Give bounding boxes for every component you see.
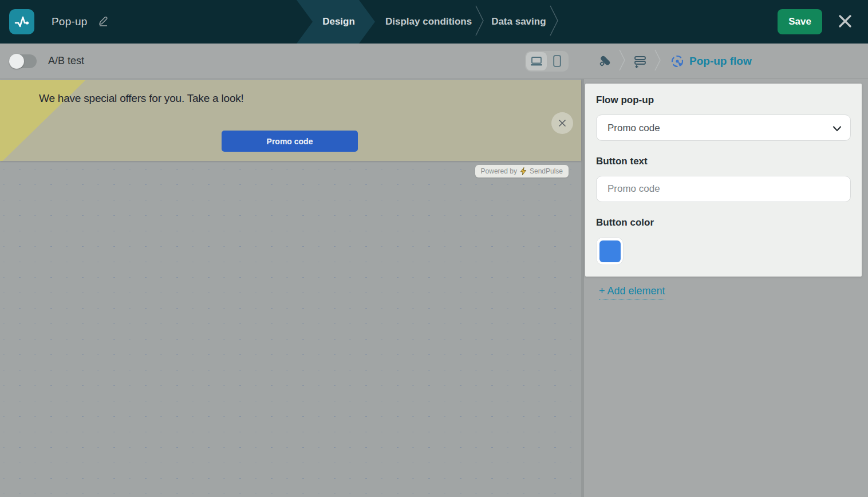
editor-canvas-column: A/B test We have special offers for you. bbox=[0, 44, 581, 497]
popup-message: We have special offers for you. Take a l… bbox=[39, 92, 244, 105]
settings-panel: Flow pop-up Promo code Button text Butto… bbox=[581, 79, 868, 497]
tab-data-saving-label: Data saving bbox=[491, 16, 546, 27]
button-text-label: Button text bbox=[596, 156, 851, 167]
breadcrumb-current[interactable]: Pop-up flow bbox=[670, 54, 752, 68]
tab-design[interactable]: Design bbox=[297, 0, 375, 44]
tab-data-saving[interactable]: Data saving bbox=[491, 16, 546, 27]
tab-design-label: Design bbox=[322, 16, 355, 27]
breadcrumb-current-label: Pop-up flow bbox=[689, 55, 752, 68]
preview-canvas: We have special offers for you. Take a l… bbox=[0, 79, 581, 497]
elements-list-icon[interactable] bbox=[633, 54, 648, 69]
popup-close-icon[interactable] bbox=[551, 112, 573, 134]
canvas-toolbar: A/B test bbox=[0, 44, 581, 79]
popup-preview[interactable]: We have special offers for you. Take a l… bbox=[0, 80, 581, 161]
sendpulse-logo-icon bbox=[9, 9, 34, 34]
lightning-bolt-icon bbox=[520, 167, 527, 175]
mobile-preview-button[interactable] bbox=[547, 52, 567, 70]
edit-title-icon[interactable] bbox=[96, 14, 110, 30]
brand-text: SendPulse bbox=[530, 167, 563, 175]
chevron-right-icon bbox=[619, 48, 626, 75]
settings-panel-column: Pop-up flow Flow pop-up Promo code Butto… bbox=[581, 44, 868, 497]
chevron-right-icon bbox=[654, 48, 661, 75]
panel-breadcrumb: Pop-up flow bbox=[581, 44, 868, 79]
design-paint-roller-icon[interactable] bbox=[597, 54, 612, 69]
workspace: A/B test We have special offers for you. bbox=[0, 44, 868, 497]
close-editor-icon[interactable] bbox=[835, 11, 855, 33]
project-title: Pop-up bbox=[52, 15, 87, 28]
ab-test-toggle[interactable] bbox=[9, 54, 37, 68]
ab-test-label: A/B test bbox=[48, 55, 84, 67]
popup-promo-button[interactable]: Promo code bbox=[222, 131, 358, 152]
desktop-preview-button[interactable] bbox=[526, 52, 547, 70]
tab-display-conditions-label: Display conditions bbox=[385, 16, 472, 27]
flow-popup-label: Flow pop-up bbox=[596, 94, 851, 106]
mobile-icon bbox=[553, 55, 561, 67]
button-color-label: Button color bbox=[596, 217, 851, 228]
tab-separator-icon bbox=[475, 4, 484, 40]
powered-by-text: Powered by bbox=[481, 167, 517, 175]
toggle-knob bbox=[9, 54, 24, 69]
button-color-picker[interactable] bbox=[596, 237, 624, 265]
device-preview-switch bbox=[525, 51, 569, 72]
flow-select[interactable]: Promo code bbox=[596, 115, 851, 141]
step-tabs: Design Display conditions Data saving bbox=[297, 0, 562, 44]
topbar: Pop-up Design Display conditions Data sa… bbox=[0, 0, 868, 44]
powered-by-badge[interactable]: Powered by SendPulse bbox=[475, 165, 569, 178]
element-settings-card: Flow pop-up Promo code Button text Butto… bbox=[585, 84, 862, 277]
save-button[interactable]: Save bbox=[778, 9, 822, 34]
flow-target-icon bbox=[670, 54, 684, 68]
color-swatch bbox=[599, 240, 621, 262]
tab-display-conditions[interactable]: Display conditions bbox=[385, 16, 472, 27]
add-element-button[interactable]: + Add element bbox=[599, 285, 665, 299]
tab-separator-icon bbox=[550, 4, 559, 40]
button-text-input[interactable] bbox=[596, 176, 851, 202]
desktop-icon bbox=[530, 56, 543, 67]
